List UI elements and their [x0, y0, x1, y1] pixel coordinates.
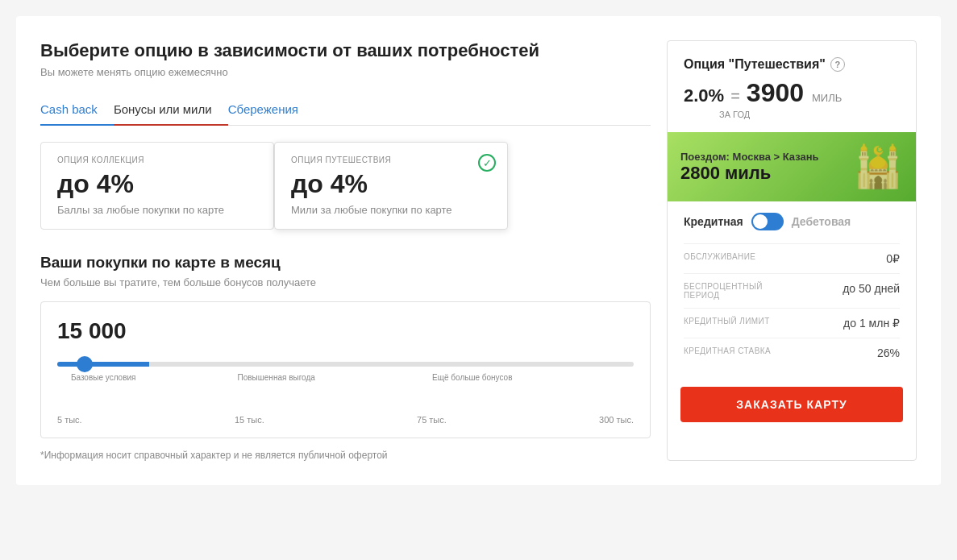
mosque-icon: 🕌 — [853, 143, 903, 190]
rate-year: ЗА ГОД — [719, 110, 900, 119]
card-option-collection[interactable]: ОПЦИЯ КОЛЛЕКЦИЯ до 4% Баллы за любые пок… — [40, 142, 274, 230]
detail-label-limit: КРЕДИТНЫЙ ЛИМИТ — [684, 317, 770, 326]
detail-label-service: ОБСЛУЖИВАНИЕ — [684, 252, 755, 261]
label-more: Ещё больше бонусов — [432, 373, 512, 382]
page-subtitle: Вы можете менять опцию ежемесячно — [40, 66, 651, 78]
purchases-subtitle: Чем больше вы тратите, тем больше бонусо… — [40, 276, 651, 288]
detail-value-rate: 26% — [877, 346, 900, 359]
mark-75k: 75 тыс. — [417, 415, 447, 425]
detail-label-grace: БЕСПРОЦЕНТНЫЙ ПЕРИОД — [684, 282, 780, 300]
debit-label: Дебетовая — [792, 215, 851, 228]
option-travel-label: ОПЦИЯ ПУТЕШЕСТВИЯ — [291, 156, 491, 164]
tabs-bar: Cash back Бонусы или мили Сбережения — [40, 94, 651, 126]
mark-15k: 15 тыс. — [235, 415, 264, 425]
disclaimer: *Информация носит справочный характер и … — [40, 450, 651, 461]
rate-miles: 3900 — [747, 78, 804, 108]
credit-label: Кредитная — [684, 215, 743, 228]
detail-label-rate: КРЕДИТНАЯ СТАВКА — [684, 346, 771, 355]
detail-row-grace: БЕСПРОЦЕНТНЫЙ ПЕРИОД до 50 дней — [684, 273, 900, 308]
rate-pct: 2.0% — [684, 85, 724, 106]
tab-bonuses[interactable]: Бонусы или мили — [114, 94, 228, 126]
page-title: Выберите опцию в зависимости от ваших по… — [40, 40, 651, 61]
right-body: Кредитная Дебетовая ОБСЛУЖИВАНИЕ 0₽ БЕСП… — [668, 201, 916, 379]
banner-text: Поездом: Москва > Казань 2800 миль — [680, 151, 819, 184]
tab-savings[interactable]: Сбережения — [228, 94, 314, 126]
option-collection-percent: до 4% — [57, 169, 257, 199]
right-option-title: Опция "Путешествия" ? — [684, 57, 900, 72]
purchases-title: Ваши покупки по карте в месяц — [40, 254, 651, 272]
slider-value: 15 000 — [57, 318, 634, 344]
detail-value-grace: до 50 дней — [843, 282, 900, 295]
detail-value-service: 0₽ — [886, 252, 900, 265]
left-panel: Выберите опцию в зависимости от ваших по… — [40, 40, 651, 461]
banner-miles: 2800 миль — [680, 163, 819, 184]
purchases-slider[interactable] — [57, 362, 634, 367]
detail-row-rate: КРЕДИТНАЯ СТАВКА 26% — [684, 338, 900, 367]
card-option-travel[interactable]: ОПЦИЯ ПУТЕШЕСТВИЯ до 4% Мили за любые по… — [274, 142, 508, 230]
slider-input-wrap: Базовые условия Повышенная выгода Ещё бо… — [57, 355, 634, 425]
detail-value-limit: до 1 млн ₽ — [843, 317, 900, 330]
detail-row-limit: КРЕДИТНЫЙ ЛИМИТ до 1 млн ₽ — [684, 308, 900, 338]
option-travel-desc: Мили за любые покупки по карте — [291, 204, 491, 216]
right-rate-row: 2.0% = 3900 МИЛЬ — [684, 78, 900, 108]
toggle-knob — [753, 214, 768, 229]
label-base: Базовые условия — [71, 373, 136, 382]
slider-container: 15 000 Базовые условия Повышенная выгода… — [40, 301, 651, 438]
section-labels: Базовые условия Повышенная выгода Ещё бо… — [57, 373, 634, 392]
card-type-row: Кредитная Дебетовая — [684, 213, 900, 230]
right-header: Опция "Путешествия" ? 2.0% = 3900 МИЛЬ З… — [668, 41, 916, 132]
option-collection-desc: Баллы за любые покупки по карте — [57, 204, 257, 216]
green-banner: Поездом: Москва > Казань 2800 миль 🕌 — [668, 132, 916, 201]
rate-unit: МИЛЬ — [812, 92, 842, 104]
right-panel: Опция "Путешествия" ? 2.0% = 3900 МИЛЬ З… — [667, 40, 917, 461]
help-icon[interactable]: ? — [830, 57, 845, 72]
mark-5k: 5 тыс. — [57, 415, 82, 425]
card-options-row: ОПЦИЯ КОЛЛЕКЦИЯ до 4% Баллы за любые пок… — [40, 142, 651, 230]
card-type-toggle[interactable] — [751, 213, 784, 230]
order-button[interactable]: ЗАКАЗАТЬ КАРТУ — [680, 387, 903, 422]
main-container: Выберите опцию в зависимости от ваших по… — [16, 16, 941, 485]
option-collection-label: ОПЦИЯ КОЛЛЕКЦИЯ — [57, 156, 257, 164]
detail-row-service: ОБСЛУЖИВАНИЕ 0₽ — [684, 243, 900, 273]
option-travel-percent: до 4% — [291, 169, 491, 199]
tab-cashback[interactable]: Cash back — [40, 94, 114, 126]
selected-check-icon — [478, 154, 496, 172]
slider-marks: 5 тыс. 15 тыс. 75 тыс. 300 тыс. — [57, 415, 634, 425]
label-higher: Повышенная выгода — [238, 373, 315, 382]
mark-300k: 300 тыс. — [599, 415, 634, 425]
rate-eq: = — [730, 87, 740, 106]
banner-destination: Поездом: Москва > Казань — [680, 151, 819, 163]
